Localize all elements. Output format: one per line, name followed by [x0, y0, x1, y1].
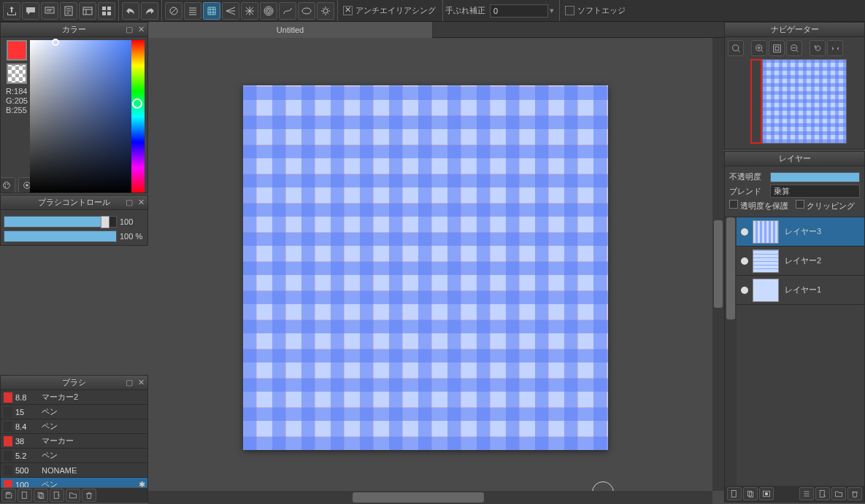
- edit-icon[interactable]: [50, 489, 64, 502]
- palette-a-icon[interactable]: [1, 177, 15, 193]
- brush-item[interactable]: 8.4 ペン: [1, 419, 147, 434]
- zoom-in-icon[interactable]: [751, 40, 767, 56]
- new-layer-icon[interactable]: [727, 487, 742, 500]
- grid-icon[interactable]: [98, 2, 115, 20]
- rotate-ccw-icon[interactable]: [810, 40, 826, 56]
- merge-icon[interactable]: [799, 487, 814, 500]
- tool-vanish-icon[interactable]: [222, 2, 239, 20]
- redo-button[interactable]: [141, 2, 158, 20]
- scroll-thumb[interactable]: [353, 492, 484, 503]
- layer-opacity-slider[interactable]: [770, 172, 860, 182]
- tool-settings-icon[interactable]: [317, 2, 334, 20]
- brush-item[interactable]: 8.8 マーカー2: [1, 390, 147, 405]
- brush-opacity-slider[interactable]: [4, 230, 117, 242]
- zoom-actual-icon[interactable]: [728, 40, 744, 56]
- brush-item[interactable]: 100 ペン ✱: [1, 478, 147, 487]
- layer-item[interactable]: レイヤー2: [737, 247, 864, 276]
- layer-panel: レイヤー 不透明度 ブレンド乗算 透明度を保護 クリッピング レイヤー3 レイヤ…: [724, 151, 865, 503]
- brush-size-slider[interactable]: [4, 216, 117, 228]
- canvas-area[interactable]: [148, 38, 724, 504]
- brush-name: ペン: [42, 479, 136, 487]
- close-icon[interactable]: ✕: [136, 25, 146, 35]
- left-column: カラー ▢✕ R:184G:205B:255: [0, 22, 148, 504]
- document-icon[interactable]: [60, 2, 77, 20]
- panel-title: ブラシコントロール: [38, 197, 110, 208]
- brush-name: ペン: [42, 406, 147, 417]
- nav-preview[interactable]: [740, 59, 850, 144]
- speech-icon[interactable]: [22, 2, 39, 20]
- tool-curve-icon[interactable]: [279, 2, 296, 20]
- tool-none-icon[interactable]: [165, 2, 182, 20]
- layout-icon[interactable]: [79, 2, 96, 20]
- close-icon[interactable]: ✕: [136, 198, 146, 208]
- layer-thumb: [753, 249, 779, 273]
- vertical-scrollbar[interactable]: [712, 38, 724, 491]
- brush-item[interactable]: 500 NONAME: [1, 463, 147, 478]
- delete-layer-icon[interactable]: [847, 487, 862, 500]
- new-icon[interactable]: [18, 489, 32, 502]
- dropdown-icon[interactable]: ▾: [550, 6, 555, 15]
- layer-scrollbar[interactable]: [725, 217, 737, 486]
- tool-grid-icon[interactable]: [203, 2, 220, 20]
- zoom-out-icon[interactable]: [786, 40, 802, 56]
- delete-icon[interactable]: [82, 489, 96, 502]
- stabilizer-input[interactable]: [490, 4, 548, 18]
- undo-button[interactable]: [122, 2, 139, 20]
- tool-radial-icon[interactable]: [241, 2, 258, 20]
- nav-viewport[interactable]: [750, 59, 762, 144]
- brush-color-chip: [4, 465, 12, 476]
- popout-icon[interactable]: ▢: [124, 198, 134, 208]
- visibility-toggle[interactable]: [741, 287, 748, 294]
- bg-swatch[interactable]: [7, 63, 27, 84]
- layer-item[interactable]: レイヤー1: [737, 276, 864, 305]
- panel-title: レイヤー: [779, 153, 811, 164]
- canvas[interactable]: [243, 85, 608, 450]
- folder-icon[interactable]: [66, 489, 80, 502]
- brush-color-chip: [4, 407, 12, 417]
- mask-icon[interactable]: [759, 487, 774, 500]
- softedge-label: ソフトエッジ: [577, 5, 626, 16]
- popout-icon[interactable]: ▢: [124, 25, 134, 35]
- tool-concentric-icon[interactable]: [260, 2, 277, 20]
- layer-item[interactable]: レイヤー3: [737, 217, 864, 247]
- chat-icon[interactable]: [41, 2, 58, 20]
- antialias-label: アンチエイリアシング: [355, 5, 436, 16]
- sv-handle[interactable]: [52, 39, 59, 46]
- scroll-thumb[interactable]: [726, 217, 735, 319]
- scroll-thumb[interactable]: [714, 220, 723, 308]
- folder-icon[interactable]: [831, 487, 846, 500]
- svg-rect-19: [22, 492, 26, 498]
- document-tab[interactable]: Untitled: [148, 22, 433, 38]
- hue-handle[interactable]: [132, 98, 142, 109]
- nav-thumb: [762, 59, 847, 144]
- tool-parallel-icon[interactable]: [184, 2, 201, 20]
- tool-ellipse-icon[interactable]: [298, 2, 315, 20]
- copy-layer-icon[interactable]: [743, 487, 758, 500]
- gear-icon[interactable]: ✱: [136, 480, 147, 487]
- clipping-checkbox[interactable]: クリッピング: [796, 200, 855, 212]
- blend-select[interactable]: 乗算: [770, 185, 860, 198]
- sv-field[interactable]: [30, 40, 131, 193]
- fg-swatch[interactable]: [7, 40, 27, 61]
- flip-icon[interactable]: [827, 40, 843, 56]
- brush-item[interactable]: 5.2 ペン: [1, 449, 147, 463]
- preserve-opacity-checkbox[interactable]: 透明度を保護: [729, 200, 788, 212]
- close-icon[interactable]: ✕: [136, 378, 146, 388]
- brush-name: NONAME: [42, 466, 147, 475]
- zoom-fit-icon[interactable]: [769, 40, 785, 56]
- blend-label: ブレンド: [729, 186, 766, 197]
- export-icon[interactable]: [3, 2, 20, 20]
- softedge-checkbox[interactable]: [565, 6, 574, 15]
- duplicate-icon[interactable]: [34, 489, 48, 502]
- brush-item[interactable]: 15 ペン: [1, 405, 147, 419]
- hue-strip[interactable]: [131, 40, 145, 193]
- navigator-panel: ナビゲーター: [724, 22, 865, 150]
- visibility-toggle[interactable]: [741, 228, 748, 236]
- horizontal-scrollbar[interactable]: [148, 491, 712, 504]
- popout-icon[interactable]: ▢: [124, 378, 134, 388]
- save-icon[interactable]: [1, 489, 16, 502]
- visibility-toggle[interactable]: [741, 257, 748, 265]
- brush-item[interactable]: 38 マーカー: [1, 434, 147, 449]
- antialias-checkbox[interactable]: [343, 6, 353, 15]
- new2-icon[interactable]: [815, 487, 830, 500]
